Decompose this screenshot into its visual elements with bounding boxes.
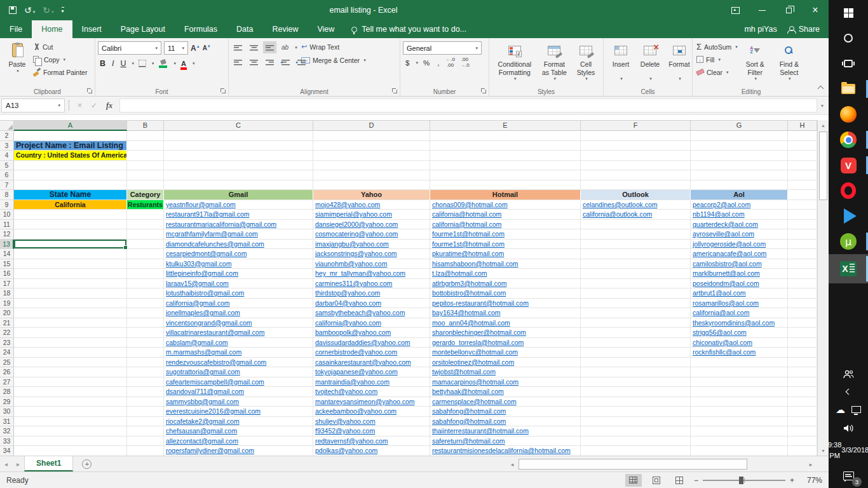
email-link[interactable]: chiconativ@aol.com: [693, 339, 752, 346]
cell-C3[interactable]: [164, 141, 313, 151]
cell-D14[interactable]: jacksonstrings@yahoo.com: [313, 249, 430, 259]
row-header-23[interactable]: 23: [0, 338, 14, 348]
cell-A28[interactable]: [14, 387, 127, 397]
cell-A24[interactable]: [14, 348, 127, 358]
cell-G10[interactable]: nb1194@aol.com: [691, 210, 788, 220]
cell-E31[interactable]: sabahfong@hotmail.com: [430, 417, 581, 427]
email-link[interactable]: camilosbistro@aol.com: [693, 260, 762, 268]
cell-E4[interactable]: [430, 151, 581, 161]
top-align-button[interactable]: [231, 41, 245, 53]
cell-G12[interactable]: ayroseville@aol.com: [691, 229, 788, 240]
cell-C11[interactable]: restaurantmariacalifornia@gmail.com: [164, 220, 313, 230]
clear-button[interactable]: Clear▾: [695, 67, 739, 78]
cell-E34[interactable]: restaurantmisionesdelacalifornia@hotmail…: [430, 446, 581, 456]
row-header-12[interactable]: 12: [0, 229, 14, 240]
accounting-format-button[interactable]: $: [403, 59, 412, 67]
cell-B18[interactable]: [127, 288, 164, 299]
format-painter-button[interactable]: Format Painter: [32, 67, 88, 78]
row-header-13[interactable]: 13: [0, 240, 14, 250]
email-link[interactable]: siamimperial@yahoo.com: [315, 210, 392, 218]
show-hidden-icons-button[interactable]: [829, 384, 868, 400]
cell-H25[interactable]: [788, 358, 817, 368]
email-link[interactable]: orsitoleotinez@hotmail.com: [432, 358, 514, 366]
cell-C19[interactable]: california@gmail.com: [164, 299, 313, 309]
middle-align-button[interactable]: [247, 41, 261, 53]
cell-F22[interactable]: [581, 328, 691, 338]
cell-G18[interactable]: artbrut1@aol.com: [691, 288, 788, 299]
email-link[interactable]: cafeartemiscampbell@gmail.com: [166, 378, 264, 386]
cell-G4[interactable]: [691, 151, 788, 161]
cell-B11[interactable]: [127, 220, 164, 230]
cell-D33[interactable]: redtavernsf@yahoo.com: [313, 437, 430, 447]
email-link[interactable]: celandines@outlook.com: [583, 201, 657, 208]
cell-F30[interactable]: [581, 407, 691, 417]
cell-G30[interactable]: [691, 407, 788, 417]
email-link[interactable]: theskyroomdinins@aol.com: [693, 319, 775, 327]
cell-A2[interactable]: [14, 131, 127, 141]
email-link[interactable]: peacorp2@aol.com: [693, 201, 750, 208]
cell-A17[interactable]: [14, 279, 127, 289]
horizontal-scroll-thumb[interactable]: [519, 459, 747, 470]
cell-B4[interactable]: [127, 151, 164, 161]
bold-button[interactable]: B: [98, 57, 107, 70]
cell-C32[interactable]: chefsausan@gmail.com: [164, 426, 313, 437]
row-header-30[interactable]: 30: [0, 407, 14, 417]
row-header-10[interactable]: 10: [0, 210, 14, 220]
cell-F17[interactable]: [581, 279, 691, 289]
cell-E33[interactable]: safereturn@hotmail.com: [430, 437, 581, 447]
cell-E29[interactable]: carmensplace@hotmail.com: [430, 397, 581, 407]
email-link[interactable]: restaurantmisionesdelacalifornia@hotmail…: [432, 447, 571, 454]
cell-E26[interactable]: twjobst@hotmail.com: [430, 367, 581, 377]
vertical-scrollbar[interactable]: ▲ ▼: [817, 120, 829, 456]
email-link[interactable]: dsandoval711@gmail.com: [166, 388, 244, 395]
cell-D4[interactable]: [313, 151, 430, 161]
column-header-B[interactable]: B: [127, 120, 164, 131]
row-header-4[interactable]: 4: [0, 151, 14, 161]
cell-C27[interactable]: cafeartemiscampbell@gmail.com: [164, 377, 313, 388]
cell-C34[interactable]: rogersfamilydiner@gmail.com: [164, 446, 313, 456]
cell-G21[interactable]: theskyroomdinins@aol.com: [691, 318, 788, 329]
tab-insert[interactable]: Insert: [72, 20, 111, 38]
zoom-level[interactable]: 77%: [801, 476, 822, 485]
email-link[interactable]: ayroseville@aol.com: [693, 230, 754, 238]
email-link[interactable]: redtavernsf@yahoo.com: [315, 437, 388, 445]
row-header-31[interactable]: 31: [0, 417, 14, 427]
email-link[interactable]: thaiinterrestaurant@hotmail.com: [432, 427, 529, 435]
cell-C33[interactable]: allezcontact@gmail.com: [164, 437, 313, 447]
cell-H30[interactable]: [788, 407, 817, 417]
cell-B14[interactable]: [127, 249, 164, 259]
tell-me-box[interactable]: Tell me what you want to do...: [344, 20, 474, 38]
align-right-button[interactable]: [263, 56, 276, 68]
cell-G8[interactable]: Aol: [691, 190, 788, 200]
cell-E17[interactable]: atlrbgrbm3@hotmail.com: [430, 279, 581, 289]
number-format-combo[interactable]: General▾: [403, 41, 482, 55]
cell-G13[interactable]: jollyrogeroside@aol.com: [691, 240, 788, 250]
cell-F8[interactable]: Outlook: [581, 190, 691, 200]
cell-B12[interactable]: [127, 229, 164, 240]
cell-H10[interactable]: [788, 210, 817, 220]
row-header-24[interactable]: 24: [0, 348, 14, 358]
email-link[interactable]: mamacarpinos@hotmail.com: [432, 378, 519, 386]
cell-H23[interactable]: [788, 338, 817, 348]
cell-C23[interactable]: cabslam@gmail.com: [164, 338, 313, 348]
email-link[interactable]: bottobistro@hotmail.com: [432, 289, 506, 297]
clipboard-dialog-launcher[interactable]: [87, 88, 93, 94]
row-header-16[interactable]: 16: [0, 269, 14, 279]
scroll-up-icon[interactable]: ▲: [818, 120, 829, 130]
cell-H32[interactable]: [788, 426, 817, 437]
excel-taskbar-button[interactable]: X: [829, 254, 868, 283]
zoom-slider-thumb[interactable]: [739, 477, 743, 484]
column-header-D[interactable]: D: [313, 120, 430, 131]
cell-A12[interactable]: [14, 229, 127, 240]
scroll-down-icon[interactable]: ▼: [818, 445, 829, 456]
cell-A16[interactable]: [14, 269, 127, 279]
underline-button[interactable]: U: [119, 57, 128, 70]
decrease-font-size-button[interactable]: A▼: [203, 44, 211, 51]
cell-A14[interactable]: [14, 249, 127, 259]
cell-E13[interactable]: fourme1st@hotmail.com: [430, 240, 581, 250]
cell-C21[interactable]: vincentsongrand@gmail.com: [164, 318, 313, 329]
row-header-7[interactable]: 7: [0, 180, 14, 191]
formula-bar-expand-icon[interactable]: ▾: [817, 103, 827, 109]
email-link[interactable]: jonellmaples@gmail.com: [166, 309, 240, 316]
email-link[interactable]: cesarpiedmont@gmail.com: [166, 250, 247, 257]
